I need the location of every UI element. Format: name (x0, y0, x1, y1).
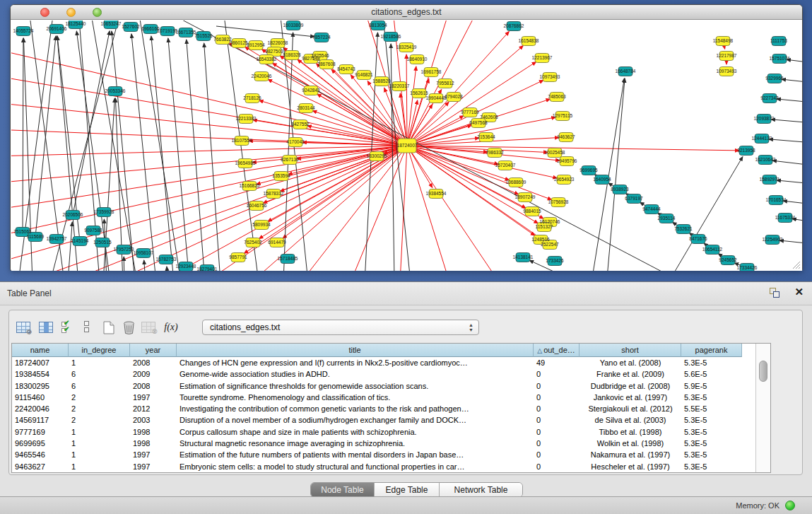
table-cell[interactable]: 6 (69, 368, 130, 380)
table-cell[interactable]: Wolkin et al. (1998) (579, 438, 681, 449)
graph-edge[interactable] (288, 146, 407, 175)
table-cell[interactable]: Nakamura et al. (1997) (579, 449, 681, 460)
table-row[interactable]: 911546021997Tourette syndrome. Phenomeno… (12, 392, 770, 403)
table-cell[interactable]: Dudbridge et al. (2008) (579, 380, 681, 392)
table-cell[interactable]: 2009 (130, 368, 177, 380)
table-cell[interactable]: 1 (69, 357, 130, 368)
table-cell[interactable]: Estimation of the future numbers of pati… (177, 449, 534, 460)
table-cell[interactable]: 0 (534, 403, 579, 414)
graph-edge[interactable] (592, 78, 624, 271)
table-cell[interactable]: 0 (534, 426, 579, 438)
column-header[interactable]: △out_de… (534, 344, 579, 357)
tab-edge-table[interactable]: Edge Table (375, 483, 440, 497)
tab-network-table[interactable]: Network Table (440, 483, 522, 497)
table-cell[interactable]: 5.5E-5 (681, 403, 742, 414)
table-row[interactable]: 946362711997Embryonic stem cells: a mode… (12, 461, 770, 472)
row-height-button[interactable] (80, 319, 94, 336)
table-cell[interactable]: 5.3E-5 (681, 461, 742, 472)
table-cell[interactable]: 5.3E-5 (681, 449, 742, 460)
table-settings-button[interactable]: ⚙ (13, 319, 33, 336)
table-cell[interactable]: Yano et al. (2008) (579, 357, 681, 368)
table-cell[interactable]: 0 (534, 438, 579, 449)
graph-edge[interactable] (782, 79, 802, 83)
table-cell[interactable]: 2 (69, 403, 130, 414)
table-cell[interactable]: 5.9E-5 (681, 380, 742, 392)
show-columns-button[interactable] (36, 319, 56, 336)
close-panel-icon[interactable]: ✕ (794, 286, 804, 298)
graph-edge[interactable] (168, 38, 189, 271)
graph-edge[interactable] (407, 66, 416, 146)
network-canvas[interactable]: 1872400714055724206914061812544010653247… (11, 21, 802, 271)
table-cell[interactable]: 5.3E-5 (681, 426, 742, 438)
table-cell[interactable]: Disruption of a novel member of a sodium… (177, 414, 534, 426)
table-selector-dropdown[interactable]: citations_edges.txt ▲▼ (202, 320, 479, 335)
float-panel-button[interactable] (770, 288, 781, 299)
table-row[interactable]: 1938455462009Genome-wide association stu… (12, 368, 770, 380)
table-cell[interactable]: 9115460 (12, 392, 69, 403)
table-cell[interactable]: Changes of HCN gene expression and I(f) … (177, 357, 534, 368)
table-cell[interactable]: Investigating the contribution of common… (177, 403, 534, 414)
table-cell[interactable]: 1 (69, 426, 130, 438)
graph-edge[interactable] (771, 119, 802, 123)
column-header[interactable]: short (579, 344, 681, 357)
graph-edge[interactable] (139, 21, 181, 271)
table-cell[interactable]: 9777169 (12, 426, 69, 438)
table-cell[interactable]: 1998 (130, 426, 177, 438)
table-cell[interactable]: Tourette syndrome. Phenomenology and cla… (177, 392, 534, 403)
table-cell[interactable]: 1997 (130, 392, 177, 403)
table-cell[interactable]: Estimation of significance thresholds fo… (177, 380, 534, 392)
import-table-button[interactable]: ⊗ (139, 319, 158, 336)
graph-edge[interactable] (124, 257, 124, 271)
table-cell[interactable]: 9465546 (12, 449, 69, 460)
table-cell[interactable]: 14569117 (12, 414, 69, 426)
tab-node-table[interactable]: Node Table (311, 483, 375, 497)
table-cell[interactable]: 0 (534, 449, 579, 460)
table-scrollbar[interactable] (755, 344, 770, 472)
graph-edge[interactable] (167, 267, 168, 271)
graph-edge[interactable] (400, 146, 407, 271)
column-header[interactable]: in_degree (69, 344, 130, 357)
table-cell[interactable]: de Silva et al. (2003) (579, 414, 681, 426)
table-cell[interactable]: 1998 (130, 438, 177, 449)
table-cell[interactable]: Jankovic et al. (1997) (579, 392, 681, 403)
table-cell[interactable]: 2012 (130, 403, 177, 414)
table-row[interactable]: 1872400712008Changes of HCN gene express… (12, 357, 770, 368)
table-cell[interactable]: 18724007 (12, 357, 69, 368)
column-header[interactable]: year (130, 344, 177, 357)
graph-edge[interactable] (772, 160, 802, 165)
table-cell[interactable]: 2008 (130, 380, 177, 392)
table-cell[interactable]: Stergiakouli et al. (2012) (579, 403, 681, 414)
graph-edge[interactable] (777, 99, 802, 103)
graph-edge[interactable] (11, 49, 407, 146)
table-cell[interactable]: 1997 (130, 449, 177, 460)
table-cell[interactable]: 6 (69, 380, 130, 392)
table-row[interactable]: 2242004622012Investigating the contribut… (12, 403, 770, 414)
graph-edge[interactable] (68, 222, 72, 271)
column-header[interactable]: name (12, 344, 69, 357)
table-cell[interactable]: 1 (69, 449, 130, 460)
table-cell[interactable]: Franke et al. (2009) (579, 368, 681, 380)
table-cell[interactable]: 1997 (130, 461, 177, 472)
table-cell[interactable]: 5.3E-5 (681, 414, 742, 426)
column-header[interactable]: title (177, 344, 534, 357)
table-cell[interactable]: Structural magnetic resonance image aver… (177, 438, 534, 449)
table-row[interactable]: 1830029562008Estimation of significance … (12, 380, 770, 392)
graph-edge[interactable] (187, 40, 205, 271)
table-cell[interactable]: Tibbo et al. (1998) (579, 426, 681, 438)
table-cell[interactable]: 5.3E-5 (681, 438, 742, 449)
table-cell[interactable]: 2 (69, 392, 130, 403)
graph-edge[interactable] (112, 31, 135, 271)
graph-edge[interactable] (11, 146, 407, 183)
network-window-titlebar[interactable]: citations_edges.txt (11, 5, 802, 20)
network-graph[interactable]: 1872400714055724206914061812544010653247… (11, 21, 802, 271)
new-table-button[interactable] (100, 319, 118, 336)
table-cell[interactable]: Corpus callosum shape and size in male p… (177, 426, 534, 438)
table-row[interactable]: 946554611997Estimation of the future num… (12, 449, 770, 460)
table-cell[interactable]: 9463627 (12, 461, 69, 472)
table-cell[interactable]: 5.6E-5 (681, 368, 742, 380)
scrollbar-thumb[interactable] (759, 361, 767, 382)
table-cell[interactable]: 2 (69, 414, 130, 426)
function-builder-button[interactable]: f(x) (160, 319, 182, 336)
graph-edge[interactable] (283, 33, 293, 271)
column-header[interactable]: pagerank (681, 344, 742, 357)
